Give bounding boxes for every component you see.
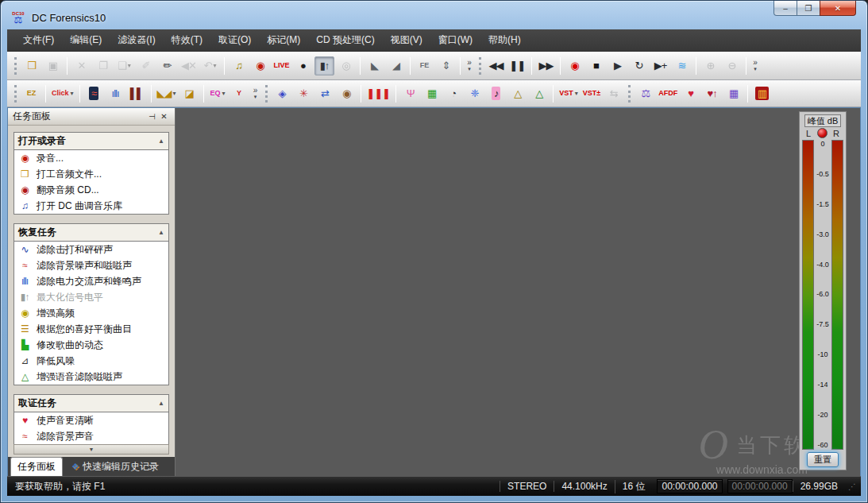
- dehum-task[interactable]: ıllı滤除电力交流声和蜂鸣声: [14, 273, 168, 289]
- undo-button[interactable]: ↶▾: [200, 56, 220, 75]
- reduce-wind-task[interactable]: ⊿降低风噪: [14, 353, 168, 369]
- preset-swap-button[interactable]: ⇆: [604, 85, 623, 103]
- toolbar-grip[interactable]: [628, 85, 631, 103]
- section-header-restore-tasks[interactable]: 恢复任务▲: [14, 224, 168, 242]
- dynamics-task[interactable]: ▙修改歌曲的动态: [14, 337, 168, 353]
- menu-edit[interactable]: 编辑(E): [62, 30, 110, 50]
- close-button[interactable]: ✕: [820, 1, 856, 16]
- menu-cd-prep[interactable]: CD 预处理(C): [308, 30, 382, 50]
- impulse-noise-button[interactable]: ✳: [294, 85, 314, 103]
- voice-curtain-button[interactable]: ❚❚❚: [365, 85, 392, 103]
- whisper-amp-button[interactable]: ♥↑: [702, 85, 722, 103]
- menu-view[interactable]: 视图(V): [383, 30, 430, 50]
- fit-vertical-button[interactable]: ⇕: [436, 56, 456, 75]
- collapse-arrow-icon[interactable]: ▲: [158, 400, 164, 407]
- paragraphic-eq-button[interactable]: Y: [230, 85, 249, 103]
- tab-quick-edit-history[interactable]: ❖ 快速编辑历史记录: [65, 458, 165, 476]
- ez-impulse-button[interactable]: EZ: [21, 85, 41, 103]
- click-filter-button[interactable]: Click▾: [50, 85, 75, 103]
- mute-button[interactable]: ◀✕: [179, 56, 199, 75]
- toolbar-grip[interactable]: [479, 57, 481, 75]
- filter-background-task[interactable]: ≈滤除背景声音: [14, 428, 168, 444]
- dc-art-button[interactable]: ♪: [486, 85, 506, 103]
- zoom-out-button[interactable]: ⊖: [722, 56, 742, 75]
- menu-effects[interactable]: 特效(T): [164, 30, 210, 50]
- enhance-voice-task[interactable]: △增强语音滤除嗞嗞声: [14, 369, 168, 385]
- section-header-forensic-tasks[interactable]: 取证任务▲: [14, 395, 168, 412]
- fel-meter-button[interactable]: ▥: [752, 85, 772, 103]
- toolbar-grip[interactable]: [14, 57, 17, 75]
- pin-icon[interactable]: ⊤: [146, 112, 158, 121]
- toolbar-grip[interactable]: [265, 85, 268, 103]
- play-button[interactable]: ▶: [608, 56, 627, 75]
- menu-markers[interactable]: 标记(M): [259, 30, 308, 50]
- media-panel-button[interactable]: ▦: [422, 85, 442, 103]
- maximize-level-button[interactable]: ▮↑: [314, 56, 334, 75]
- declick-task[interactable]: ∿滤除击打和砰砰声: [14, 242, 168, 257]
- panel-close-icon[interactable]: ✕: [158, 112, 170, 121]
- open-dc-tunes-task[interactable]: ♫打开 DC 曲调音乐库: [14, 198, 168, 214]
- toolbar-overflow-button[interactable]: »▾: [250, 84, 261, 103]
- ez-forensics-button[interactable]: ⚖: [635, 85, 655, 103]
- menu-help[interactable]: 帮助(H): [480, 30, 529, 50]
- lamp-filter-button[interactable]: △: [507, 85, 527, 103]
- balance-track-task[interactable]: ☰根据您的喜好平衡曲目: [14, 321, 168, 337]
- fast-forward-button[interactable]: ▶▶: [536, 56, 556, 75]
- menu-filters[interactable]: 滤波器(I): [110, 30, 163, 50]
- toolbar-overflow-button[interactable]: »▾: [464, 56, 475, 75]
- timer-button[interactable]: ◔: [443, 85, 463, 103]
- scrub-clean-button[interactable]: ≋: [672, 56, 692, 75]
- spectrum-analyzer-button[interactable]: ıllı: [106, 85, 125, 103]
- stop-button[interactable]: ■: [586, 56, 606, 75]
- save-button[interactable]: ▣: [43, 56, 63, 75]
- loop-play-button[interactable]: ↻: [629, 56, 649, 75]
- panel-scroll-down[interactable]: ▼: [14, 444, 169, 455]
- collapse-arrow-icon[interactable]: ▲: [158, 137, 164, 145]
- toolbar-grip[interactable]: [14, 85, 17, 103]
- play-plus-n-button[interactable]: ▶+: [650, 56, 670, 75]
- copy-button[interactable]: ❐: [93, 56, 113, 75]
- tube-amp-button[interactable]: ◉: [337, 85, 357, 103]
- afdf-button[interactable]: AFDF: [657, 85, 679, 103]
- voice-lamp-button[interactable]: △: [529, 85, 549, 103]
- erase-button[interactable]: ✐: [136, 56, 156, 75]
- marker-book-button[interactable]: ◪: [179, 85, 199, 103]
- phase-filter-button[interactable]: ⇄: [315, 85, 335, 103]
- cut-button[interactable]: ✕: [71, 56, 91, 75]
- blender-button[interactable]: Ψ: [400, 85, 420, 103]
- touch-record-button[interactable]: ◉: [250, 56, 270, 75]
- cd-rip-button[interactable]: ●: [293, 56, 313, 75]
- collapse-arrow-icon[interactable]: ▲: [158, 229, 164, 236]
- pencil-tool-button[interactable]: ✏: [157, 56, 177, 75]
- paste-button[interactable]: ❑▾: [114, 56, 134, 75]
- vst-manage-button[interactable]: VST±: [581, 85, 602, 103]
- tab-task-panel[interactable]: 任务面板: [10, 457, 63, 476]
- fade-in-button[interactable]: ◣: [365, 56, 384, 75]
- meter-knob[interactable]: [817, 128, 827, 138]
- pause-button[interactable]: ❚❚: [507, 56, 527, 75]
- spectrum-view-button[interactable]: ≈: [84, 85, 104, 103]
- zoom-in-button[interactable]: ⊕: [700, 56, 720, 75]
- menu-file[interactable]: 文件(F): [15, 30, 62, 50]
- enhance-highs-task[interactable]: ◉增强高频: [14, 305, 168, 321]
- toolbar-overflow-button[interactable]: »▾: [750, 56, 761, 75]
- section-header-open-or-record[interactable]: 打开或录音▲: [14, 133, 168, 150]
- calculator-button[interactable]: ▦: [723, 85, 743, 103]
- eq-tools-button[interactable]: EQ▾: [208, 85, 228, 103]
- rewind-button[interactable]: ◀◀: [486, 56, 506, 75]
- live-meter-button[interactable]: LIVE: [272, 56, 291, 75]
- clarify-lips-button[interactable]: ♥: [681, 85, 700, 103]
- denoise-task[interactable]: ≈滤除背景噪声和嗞嗞声: [14, 257, 168, 273]
- minimize-button[interactable]: –: [773, 1, 797, 16]
- open-file-button[interactable]: ❒: [21, 56, 41, 75]
- dynamics-processor-button[interactable]: ◈: [272, 85, 292, 103]
- clarify-voice-task[interactable]: ♥使声音更清晰: [14, 412, 168, 428]
- resize-grip[interactable]: ⋰: [845, 482, 856, 491]
- restore-button[interactable]: ❐: [797, 1, 820, 16]
- open-audio-file-task[interactable]: ❒打工音频文件...: [14, 166, 168, 182]
- histogram-button[interactable]: ▌▌: [127, 85, 147, 103]
- dc-tunes-button[interactable]: ♫: [229, 56, 249, 75]
- file-expander-button[interactable]: FE: [415, 56, 434, 75]
- rip-cd-task[interactable]: ◉翻录音频 CD...: [14, 182, 168, 198]
- record-button[interactable]: ◉: [565, 56, 584, 75]
